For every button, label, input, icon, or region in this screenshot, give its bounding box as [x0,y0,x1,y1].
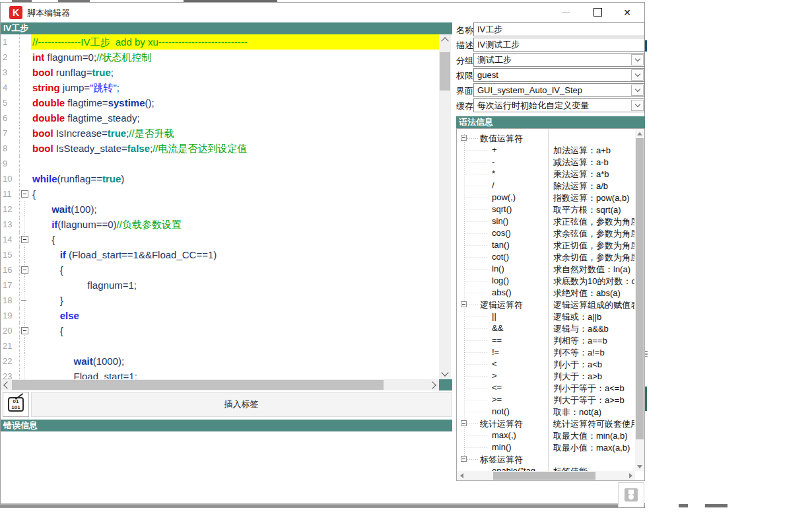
tree-vertical-scrollbar[interactable] [635,129,644,471]
code-line[interactable]: 6double flagtime_steady; [1,110,439,126]
text-input[interactable]: IV测试工步 [473,38,645,52]
dropdown-button[interactable] [631,69,644,81]
code-line[interactable]: 13 if(flagnum==0)//负载参数设置 [1,217,439,232]
code-line[interactable]: 12 wait(100); [1,202,439,217]
tree-row[interactable]: 统计运算符统计运算符可嵌套使用，例 [457,418,634,429]
tree-row[interactable]: min()取最小值：max(a,b) [457,441,634,453]
code-line[interactable]: 5double flagtime=systime(); [1,95,439,110]
scroll-thumb[interactable] [636,138,644,439]
scroll-thumb[interactable] [12,380,384,390]
code-line[interactable]: 22 wait(1000); [1,353,439,369]
tree-row[interactable]: ln()求自然对数值：ln(a) [457,263,634,275]
tree-row[interactable]: cos()求余弦值，参数为角度制： [457,227,634,239]
tree-horizontal-scrollbar[interactable] [457,471,635,480]
tree-collapse-icon[interactable] [461,301,467,307]
tree-collapse-icon[interactable] [461,456,467,462]
scroll-down-button[interactable] [439,368,451,379]
scroll-up-button[interactable] [439,34,451,46]
tree-row[interactable]: -减法运算：a-b [457,156,634,168]
tree-row[interactable]: sqrt()取平方根：sqrt(a) [457,204,634,215]
tree-row[interactable]: sin()求正弦值，参数为角度制： [457,215,634,227]
fold-margin[interactable] [19,232,31,247]
dropdown-button[interactable] [631,54,644,65]
code-editor[interactable]: 1//-------------IV工步 add by xu----------… [1,34,439,379]
code-line[interactable]: 8bool IsSteady_state=false;//电流是否达到设定值 [1,141,439,156]
tree-row[interactable]: >=判大于等于：a>=b [457,394,634,406]
close-button[interactable]: ✕ [615,3,640,22]
scroll-right-button[interactable] [626,471,635,480]
fold-margin[interactable] [19,186,31,202]
binary-label-button[interactable]: 01101 [3,392,29,417]
code-line[interactable]: 2int flagnum=0;//状态机控制 [1,50,439,65]
code-line[interactable]: 10while(runflag==true) [1,171,439,186]
tree-row[interactable]: max(,)取最大值：min(a,b) [457,429,634,441]
tree-row[interactable]: *乘法运算：a*b [457,168,634,180]
fold-collapse-icon[interactable] [21,236,28,243]
code-horizontal-scrollbar[interactable] [1,379,439,390]
tree-row[interactable]: tan()求正切值，参数为角度制： [457,239,634,251]
dropdown-button[interactable] [631,100,644,111]
syntax-tree[interactable]: 数值运算符+加法运算：a+b-减法运算：a-b*乘法运算：a*b/除法运算：a/… [456,128,645,481]
scroll-right-button[interactable] [428,379,439,390]
tree-row[interactable]: &&逻辑与：a&&b [457,322,634,334]
dropdown-button[interactable] [631,85,644,96]
fold-margin[interactable] [19,262,31,278]
tree-row[interactable]: ||逻辑或：a||b [457,311,634,322]
scroll-down-button[interactable] [635,462,644,471]
fold-margin[interactable] [19,323,31,338]
tree-row[interactable]: not()取非：not(a) [457,406,634,418]
fold-collapse-icon[interactable] [21,327,28,334]
tree-collapse-icon[interactable] [461,135,467,141]
code-line[interactable]: 21 [1,338,439,353]
code-line[interactable]: 17 flagnum=1; [1,278,439,293]
code-line[interactable]: 3bool runflag=true; [1,65,439,80]
scroll-thumb[interactable] [440,52,450,91]
insert-label-button[interactable]: 插入标签 [31,392,452,417]
code-line[interactable]: 18 } [1,293,439,308]
tree-row[interactable]: log()求底数为10的对数：cos(a [457,275,634,287]
combo-select[interactable]: 测试工步 [473,53,645,67]
scroll-left-button[interactable] [457,471,466,480]
minimize-button[interactable] [553,3,578,22]
combo-select[interactable]: 每次运行时初始化自定义变量 [473,98,645,112]
code-line[interactable]: 14 { [1,232,439,247]
scroll-left-button[interactable] [1,379,12,390]
code-line[interactable]: 23 Fload_start=1; [1,369,439,379]
code-line[interactable]: 19 else [1,308,439,323]
tree-row[interactable]: <判小于：a<b [457,358,634,370]
tree-row[interactable]: pow(,)指数运算：pow(a,b) [457,192,634,204]
tree-row[interactable]: /除法运算：a/b [457,180,634,192]
code-line[interactable]: 1//-------------IV工步 add by xu----------… [1,34,439,50]
save-button[interactable] [618,482,644,507]
tree-row[interactable]: >判大于：a>b [457,370,634,382]
text-input[interactable]: IV工步 [473,22,645,36]
tree-row[interactable]: enable("tag标签使能 [457,465,634,471]
tree-row[interactable]: <=判小于等于：a<=b [457,382,634,394]
code-vertical-scrollbar[interactable] [439,34,451,379]
combo-select[interactable]: GUI_system_Auto_IV_Step [473,83,645,97]
combo-select[interactable]: guest [473,68,645,82]
fold-collapse-icon[interactable] [21,266,28,274]
tree-row[interactable]: 标签运算符 [457,453,634,465]
tree-collapse-icon[interactable] [461,420,467,426]
title-bar[interactable]: K 脚本编辑器 ✕ [1,3,644,22]
scroll-thumb[interactable] [493,472,595,480]
tree-row[interactable]: 数值运算符 [457,132,634,144]
code-line[interactable]: 11{ [1,186,439,202]
tree-row[interactable]: 逻辑运算符逻辑运算组成的赋值表达式 [457,299,634,311]
code-line[interactable]: 7bool IsIncrease=true;//是否升载 [1,126,439,141]
code-line[interactable]: 4string jump="跳转"; [1,80,439,95]
tree-row[interactable]: ==判相等：a==b [457,334,634,346]
maximize-button[interactable] [585,3,610,22]
code-line[interactable]: 16 { [1,262,439,278]
code-line[interactable]: 15 if (Fload_start==1&&Fload_CC==1) [1,247,439,262]
code-line[interactable]: 20 { [1,323,439,338]
code-line[interactable]: 9 [1,156,439,171]
tree-row[interactable]: cot()求余切值，参数为角度制： [457,251,634,263]
tree-row[interactable]: !=判不等：a!=b [457,346,634,358]
scroll-up-button[interactable] [635,129,644,138]
tree-row[interactable]: abs()求绝对值：abs(a) [457,287,634,299]
fold-collapse-icon[interactable] [21,190,28,198]
fold-margin[interactable] [19,293,31,308]
tree-row[interactable]: +加法运算：a+b [457,144,634,156]
